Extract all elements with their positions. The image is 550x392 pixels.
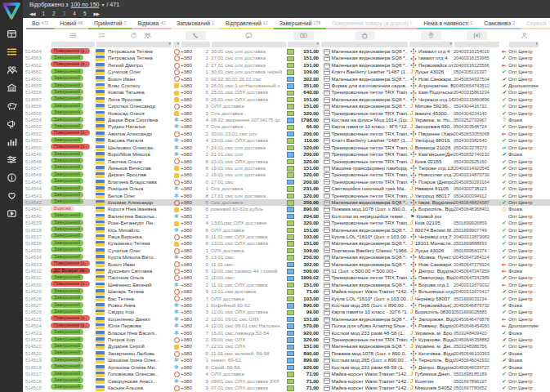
table-row[interactable]: 514530Повернення (з..Шевченко Евгений✻+3… [23,282,550,288]
banknote-icon[interactable] [293,31,314,40]
table-row[interactable]: 514549ЗавершенийВоробйов Микола✻+380221.… [23,151,550,158]
tab-4[interactable]: Запакований1 [171,18,220,29]
filter-input[interactable] [212,42,286,47]
clients-icon[interactable] [0,60,23,78]
column-header-tasks-list[interactable] [96,29,108,41]
table-row[interactable]: 514522ЗавершенийПетров Ігор+380209.01 см… [23,336,550,343]
table-row[interactable]: 514550Повернення (з..Шелкових Олексан..✻… [23,145,550,151]
table-row[interactable]: 514544ЗавершенийРокіцька Ольга✻+3801Олх … [23,185,550,192]
table-row[interactable]: 514527ЗавершенийРожко Анна✻+3801Кофейный… [23,302,550,309]
column-header-person[interactable] [508,29,539,41]
table-row[interactable]: 514551ЗавершенийБасова Наталя✻+380423.01… [23,137,550,144]
table-row[interactable]: 514562Повернення (з..Легкий Дмитро+38022… [23,62,550,69]
barcode-icon[interactable] [467,31,487,40]
table-row[interactable]: 514541ВідмоваКоротя Ніна Іванівна+3808ро… [23,206,550,212]
table-row[interactable]: 514546ЗавершенийДеркач Ярослав+380219.01… [23,172,550,178]
page-number-4[interactable]: 4 [73,11,76,16]
table-row[interactable]: 514561ЗавершенийСучилов Олег+380130.01 с… [23,69,550,75]
table-row[interactable]: 514529ЗавершенийШапарь Тетяна+380913.01 … [23,288,550,295]
column-header-bag[interactable] [320,29,409,41]
table-row[interactable]: 514543ЗавершенийБелов Олег✻+380817.01 см… [23,193,550,199]
table-row[interactable]: 514547ЗавершенийЛиньков Вячеслав+380819.… [23,165,550,172]
column-header-rotate[interactable] [108,29,172,41]
bag-icon[interactable] [355,31,375,40]
table-row[interactable]: 514542ЗавершенийКошмак Александр+3805Олх… [23,199,550,206]
column-header-phone[interactable] [181,29,211,41]
table-row[interactable]: 514534ЗавершенийКурта Микола Вікто..✻+38… [23,254,550,261]
page-number-5[interactable]: 5 [83,11,87,16]
table-row[interactable]: 514564Повернення (з..Петровська Тетяна+3… [23,48,550,55]
pin-icon[interactable] [421,31,441,40]
table-row[interactable]: 514555ЗавершенийНовосад Олеся+3803Олх до… [23,110,550,117]
filter-input[interactable] [321,42,408,47]
piggy-bank-icon[interactable] [0,96,23,114]
table-row[interactable]: 514560ЗавершенийБокоч Иван+380002.02 30.… [23,76,550,82]
table-row[interactable]: 514518ЗавершенийАртюхіна Олена Ми..✻+380… [23,364,550,371]
filter-input[interactable] [409,42,453,47]
stats-icon[interactable] [0,132,23,150]
table-row[interactable]: 514524Повернення (з..Юлія Первова✻+38041… [23,323,550,329]
filter-input[interactable] [181,42,210,47]
table-row[interactable]: 514531ЗавершенийПасічник Ольга+380210.01… [23,274,550,281]
table-row[interactable]: 514526ЗавершенийСвідро Ігор✻+380312.01 с… [23,309,550,315]
table-row[interactable]: 514523ЗавершенийВласюк Ніна Василі..✻+38… [23,330,550,336]
support-icon[interactable] [0,186,23,204]
table-row[interactable]: 514554ЗавершенийДацюк Віра Сергіївна✻+38… [23,117,550,123]
table-row[interactable]: 514528ЗавершенийБас Тетяна+3807ОЛХ доста… [23,296,550,302]
table-row[interactable]: 514535ЗавершенийСучилов Олег+3801ОЛХ дос… [23,247,550,254]
filter-input[interactable] [288,42,320,47]
video-icon[interactable] [0,204,23,222]
phone-icon[interactable] [186,31,206,40]
table-row[interactable]: 514517ЗавершенийГоловінова Олексан..+380… [23,371,550,377]
table-row[interactable]: 514521ЗавершенийДударев Сергій+380712.01… [23,343,550,350]
tab-0[interactable]: Всі471 [26,18,54,29]
table-row[interactable]: 514525Повернення (з..Кошеленко Данил✻+38… [23,316,550,323]
table-row[interactable]: 514515ЗавершенийКасьян Альона+380907.01 … [23,385,550,391]
page-number-3[interactable]: 3 [63,11,66,16]
orders-icon[interactable] [0,42,23,60]
table-row[interactable]: 514532ДО Возврат ок..Дуксевич Світлана+3… [23,268,550,274]
tab-3[interactable]: Відмова42 [132,18,171,29]
table-row[interactable]: 514537ЗавершенийРаца Вероніка+380611.01 … [23,234,550,240]
megaphone-icon[interactable] [0,114,23,132]
table-row[interactable]: 514553ЗавершенийРудько Наталья✻+3807Олх … [23,123,550,130]
column-header-chat[interactable] [211,29,287,41]
last-page-icon[interactable]: ▶▶ [94,11,99,16]
tab-7[interactable]: Повернення товару (в дорозі)0 [326,18,418,29]
filter-input[interactable] [51,42,95,47]
table-row[interactable]: 514563ЗавершенийПетровська Тетяна+380227… [23,55,550,61]
table-row[interactable]: 514520ЗавершенийЗахарченко Любовь+380511… [23,350,550,357]
table-row[interactable]: 514519ЗавершенийШишкіна Ірина Олек..✻+38… [23,357,550,363]
column-header-barcode[interactable] [454,29,500,41]
table-row[interactable]: 514516ЗавершенийСкворунская Анаст..✻+380… [23,378,550,385]
page-number-1[interactable]: 1 [42,11,45,16]
table-row[interactable]: 514556ЗавершенийСиротюк Олександр+3803ОЛ… [23,103,550,109]
filter-input[interactable] [509,42,539,47]
column-header-pin[interactable] [409,29,454,41]
page-number-2[interactable]: 2 [52,11,56,16]
table-row[interactable]: 514558ЗавершенийКовпак Татьяна+380525.01… [23,89,550,96]
tab-2[interactable]: Прийнятий7 [88,18,132,29]
bank-icon[interactable] [0,78,23,96]
tab-9[interactable]: Самовивіз2 [478,18,521,29]
settings-icon[interactable] [0,150,23,168]
table-row[interactable]: 514533Повернення (з..Бокоч Иван+380011.0… [23,261,550,268]
dashboard-icon[interactable] [0,24,23,42]
column-header-status-list[interactable] [51,29,96,41]
filter-input[interactable] [454,42,499,47]
table-row[interactable]: 514539ЗавершенийРоке-Бетанкурт Лін..+380… [23,220,550,226]
table-row[interactable]: 514538ЗавершенийКісь Михайло✻+3806ОЛХ до… [23,227,550,234]
table-row[interactable]: 514552Повернення (з..Авилов Александр+38… [23,131,550,137]
table-row[interactable]: 514540ЗавершенийВалентина Васильє..✻+380… [23,213,550,220]
chevron-down-icon[interactable]: ▾ [101,2,104,7]
tab-8[interactable]: Нема в наявності1 [418,18,478,29]
filter-input[interactable] [96,42,172,47]
table-row[interactable]: 514536ЗавершенийКузьменко Тетяна+380813.… [23,240,550,247]
displayed-range-dropdown[interactable]: 100 по 150 [71,2,100,8]
table-row[interactable]: 514545ЗавершенийБлагінна Владіслава+3800… [23,179,550,185]
table-row[interactable]: 514559ЗавершенийВлас Слоткоу+380326.01 с… [23,82,550,89]
column-header-banknote[interactable] [287,29,320,41]
table-row[interactable]: 514548ЗавершенийПасічна Ольга+380623.01 … [23,158,550,165]
info-icon[interactable] [0,168,23,186]
tab-6[interactable]: Завершений278 [274,18,326,29]
